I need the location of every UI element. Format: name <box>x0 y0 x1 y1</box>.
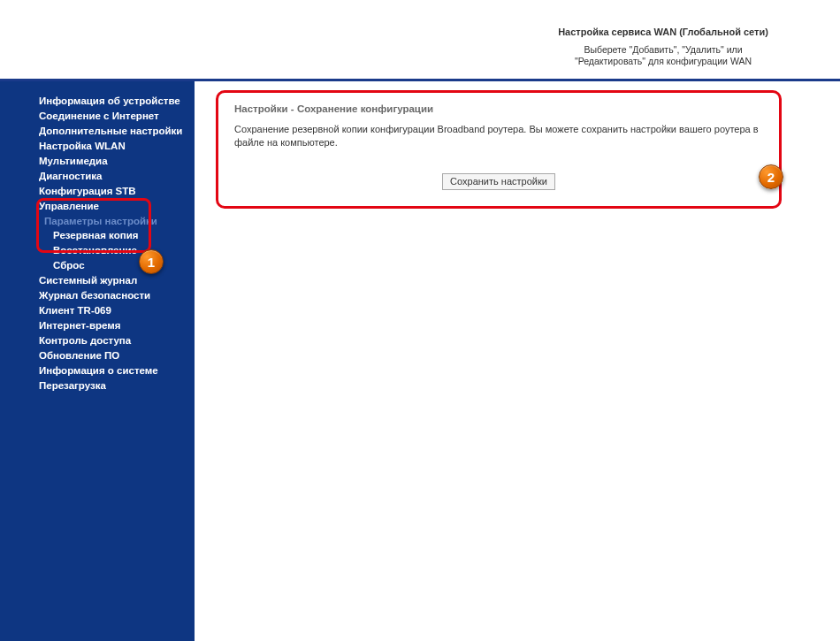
sidebar: Информация об устройстве Соединение с Ин… <box>0 81 195 641</box>
sidebar-item-syslog[interactable]: Системный журнал <box>0 273 195 288</box>
body: Информация об устройстве Соединение с Ин… <box>0 81 840 641</box>
header-subtitle: Выберете "Добавить", "Удалить" или "Реда… <box>548 44 778 67</box>
sidebar-item-reboot[interactable]: Перезагрузка <box>0 378 195 393</box>
panel-title: Настройки - Сохранение конфигурации <box>234 103 763 114</box>
sidebar-item-multimedia[interactable]: Мультимедиа <box>0 154 195 169</box>
sidebar-item-stb[interactable]: Конфигурация STB <box>0 184 195 199</box>
sidebar-item-access-control[interactable]: Контроль доступа <box>0 333 195 348</box>
sidebar-item-tr069[interactable]: Клиент TR-069 <box>0 303 195 318</box>
sidebar-subitem-restore[interactable]: Восстановление <box>0 243 195 258</box>
sidebar-subitem-reset[interactable]: Сброс <box>0 258 195 273</box>
annotation-badge-2: 2 <box>759 164 783 189</box>
sidebar-item-internet[interactable]: Соединение с Интернет <box>0 109 195 124</box>
sidebar-item-advanced[interactable]: Дополнительные настройки <box>0 124 195 139</box>
header: Настройка сервиса WAN (Глобальной сети) … <box>0 19 840 81</box>
top-gap <box>0 0 840 19</box>
content-area: Настройки - Сохранение конфигурации Сохр… <box>195 81 840 641</box>
sidebar-item-diagnostics[interactable]: Диагностика <box>0 169 195 184</box>
sidebar-item-seclog[interactable]: Журнал безопасности <box>0 288 195 303</box>
sidebar-item-device-info[interactable]: Информация об устройстве <box>0 94 195 109</box>
sidebar-item-management[interactable]: Управление <box>0 199 195 214</box>
sidebar-submenu-heading[interactable]: Параметры настройки <box>0 214 195 229</box>
header-text-block: Настройка сервиса WAN (Глобальной сети) … <box>548 27 778 67</box>
sidebar-item-firmware[interactable]: Обновление ПО <box>0 348 195 363</box>
panel-description: Сохранение резервной копии конфигурации … <box>234 123 763 149</box>
sidebar-submenu-settings: Параметры настройки Резервная копия Восс… <box>0 214 195 274</box>
config-backup-panel: Настройки - Сохранение конфигурации Сохр… <box>216 90 782 209</box>
header-title: Настройка сервиса WAN (Глобальной сети) <box>548 27 778 39</box>
sidebar-item-internet-time[interactable]: Интернет-время <box>0 318 195 333</box>
sidebar-item-sysinfo[interactable]: Информация о системе <box>0 363 195 378</box>
button-row: Сохранить настройки <box>234 172 763 190</box>
annotation-badge-1: 1 <box>139 249 164 274</box>
save-settings-button[interactable]: Сохранить настройки <box>442 173 555 190</box>
sidebar-item-wlan[interactable]: Настройка WLAN <box>0 139 195 154</box>
sidebar-subitem-backup[interactable]: Резервная копия <box>0 228 195 243</box>
